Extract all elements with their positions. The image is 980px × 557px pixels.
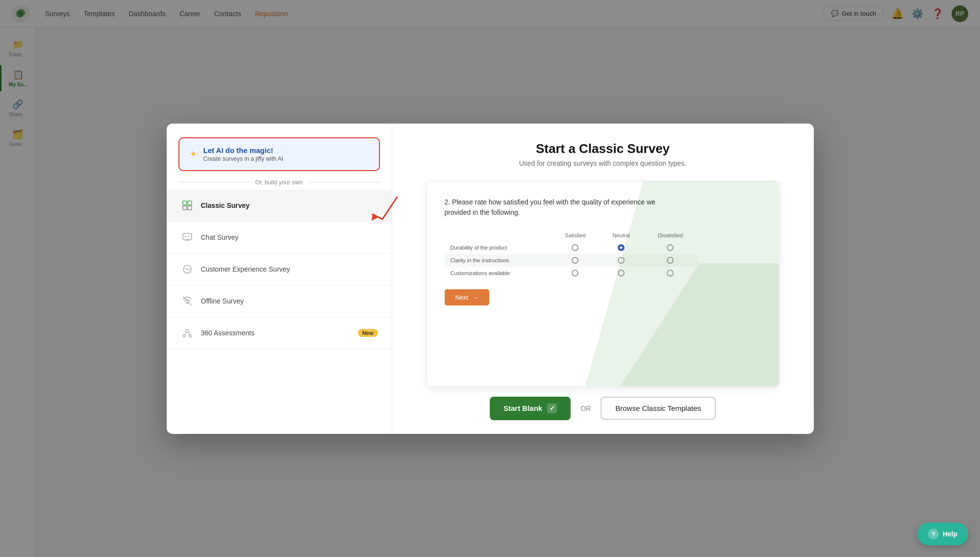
- create-survey-modal: ✦ Let AI do the magic! Create surveys in…: [167, 124, 814, 434]
- row-2-radio-1[interactable]: [551, 254, 600, 267]
- help-button[interactable]: ? Help: [917, 523, 968, 545]
- survey-type-360[interactable]: 360 Assessments New: [167, 317, 392, 349]
- radio-circle[interactable]: [667, 244, 674, 251]
- radio-circle[interactable]: [618, 257, 625, 264]
- cx-survey-label: Customer Experience Survey: [201, 265, 378, 273]
- modal-left-panel: ✦ Let AI do the magic! Create surveys in…: [167, 124, 392, 434]
- survey-panel-subtitle: Used for creating surveys with complex q…: [519, 159, 687, 167]
- preview-col-neutral: Neutral: [600, 229, 643, 241]
- preview-content: 2. Please rate how satisfied you feel wi…: [427, 181, 779, 321]
- survey-type-classic[interactable]: Classic Survey: [167, 190, 392, 222]
- modal-overlay[interactable]: ✦ Let AI do the magic! Create surveys in…: [0, 0, 980, 557]
- survey-type-offline[interactable]: Offline Survey: [167, 285, 392, 317]
- chat-survey-icon: [180, 230, 194, 244]
- radio-circle-selected[interactable]: [618, 244, 625, 251]
- preview-col-disatisfied: Disatisfied: [643, 229, 698, 241]
- classic-survey-label: Classic Survey: [201, 202, 378, 209]
- row-1-radio-2[interactable]: [600, 241, 643, 254]
- row-3-radio-3[interactable]: [643, 267, 698, 279]
- svg-rect-2: [188, 201, 192, 205]
- row-label-2: Clarity in the instructions: [445, 254, 552, 267]
- 360-survey-icon: [180, 326, 194, 340]
- row-2-radio-2[interactable]: [600, 254, 643, 267]
- help-circle-icon: ?: [928, 529, 939, 539]
- divider-row: Or, build your own: [167, 179, 392, 186]
- svg-rect-1: [183, 201, 187, 205]
- table-row: Customizations available: [445, 267, 698, 279]
- survey-type-chat[interactable]: Chat Survey: [167, 222, 392, 253]
- row-2-radio-3[interactable]: [643, 254, 698, 267]
- offline-survey-label: Offline Survey: [201, 297, 378, 305]
- start-blank-button[interactable]: Start Blank ✓: [490, 397, 571, 420]
- chat-survey-label: Chat Survey: [201, 233, 378, 241]
- preview-question: 2. Please rate how satisfied you feel wi…: [445, 197, 666, 218]
- browse-templates-button[interactable]: Browse Classic Templates: [601, 397, 716, 420]
- radio-circle[interactable]: [667, 270, 674, 277]
- row-3-radio-1[interactable]: [551, 267, 600, 279]
- modal-bottom-actions: Start Blank ✓ OR Browse Classic Template…: [416, 387, 790, 420]
- survey-panel-title: Start a Classic Survey: [536, 141, 670, 156]
- radio-circle[interactable]: [572, 244, 578, 251]
- row-1-radio-3[interactable]: [643, 241, 698, 254]
- survey-type-cx[interactable]: Customer Experience Survey: [167, 253, 392, 285]
- arrow-right-icon: →: [472, 294, 478, 301]
- svg-point-8: [188, 236, 189, 237]
- svg-point-6: [184, 236, 185, 237]
- classic-survey-icon: [180, 199, 194, 212]
- preview-col-empty: [445, 229, 552, 241]
- 360-survey-label: 360 Assessments: [201, 329, 351, 337]
- modal-right-panel: Start a Classic Survey Used for creating…: [392, 124, 814, 434]
- radio-circle[interactable]: [572, 257, 578, 264]
- checkmark-icon: ✓: [547, 404, 557, 413]
- row-label-1: Durability of the product: [445, 241, 552, 254]
- row-3-radio-2[interactable]: [600, 267, 643, 279]
- row-label-3: Customizations available: [445, 267, 552, 279]
- row-1-radio-1[interactable]: [551, 241, 600, 254]
- table-row: Durability of the product: [445, 241, 698, 254]
- offline-survey-icon: [180, 294, 194, 308]
- divider-text: Or, build your own: [255, 179, 303, 186]
- ai-card-title: Let AI do the magic!: [203, 146, 283, 154]
- radio-circle[interactable]: [618, 270, 625, 277]
- svg-point-9: [186, 302, 188, 304]
- ai-magic-card[interactable]: ✦ Let AI do the magic! Create surveys in…: [178, 137, 380, 171]
- sparkle-icon: ✦: [189, 148, 198, 160]
- survey-type-list: Classic Survey Chat Survey: [167, 190, 392, 349]
- survey-preview-card: 2. Please rate how satisfied you feel wi…: [427, 181, 779, 387]
- preview-col-satisfied: Satisfied: [551, 229, 600, 241]
- divider-right: [308, 182, 379, 182]
- ai-card-subtitle: Create surveys in a jiffy with AI: [203, 155, 283, 162]
- svg-rect-3: [183, 206, 187, 210]
- preview-next-button[interactable]: Next →: [445, 289, 490, 305]
- radio-circle[interactable]: [667, 257, 674, 264]
- cx-survey-icon: [180, 262, 194, 276]
- svg-rect-4: [188, 206, 192, 210]
- table-row: Clarity in the instructions: [445, 254, 698, 267]
- preview-table: Satisfied Neutral Disatisfied Durability…: [445, 229, 698, 279]
- svg-point-13: [189, 334, 191, 337]
- new-badge: New: [358, 329, 378, 337]
- svg-point-7: [186, 236, 187, 237]
- radio-circle[interactable]: [572, 270, 578, 277]
- svg-point-11: [186, 329, 189, 332]
- or-separator: OR: [580, 405, 591, 412]
- divider-left: [178, 182, 250, 182]
- svg-point-12: [183, 334, 185, 337]
